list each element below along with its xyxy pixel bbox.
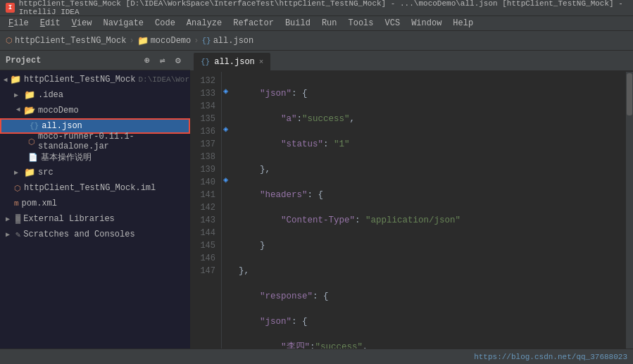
code-138: } — [239, 239, 620, 252]
sidebar-header: Project ⊕ ⇌ ⚙ — [0, 51, 190, 70]
tree-mocodemo[interactable]: ▼ 📂 mocoDemo — [0, 103, 190, 118]
menu-file[interactable]: File — [3, 15, 35, 31]
src-label: src — [38, 168, 54, 177]
breadcrumb-file[interactable]: {} all.json — [201, 36, 253, 46]
tree-root[interactable]: ▼ 📁 httpClient_TestNG_Mock D:\IDEA\WorkS… — [0, 72, 190, 87]
ln-133: 133 — [190, 87, 221, 100]
mocodemo-folder-icon: 📂 — [24, 105, 35, 116]
scratches-icon: ✎ — [15, 230, 20, 240]
menu-vcs[interactable]: VCS — [380, 15, 406, 31]
menu-code[interactable]: Code — [149, 15, 181, 31]
sidebar-collapse-btn[interactable]: ⇌ — [156, 54, 169, 67]
menu-refactor[interactable]: Refactor — [227, 15, 280, 31]
ln-134: 134 — [190, 100, 221, 113]
right-panel: {} all.json × 132 133 134 135 136 137 — [190, 51, 633, 349]
code-142: "李四":"success", — [239, 341, 620, 349]
code-141: "json": { — [239, 315, 620, 328]
code-133: "a":"success", — [239, 113, 620, 125]
root-label: httpClient_TestNG_Mock — [24, 75, 135, 84]
ln-142: 142 — [190, 201, 221, 214]
scroll-thumb[interactable] — [627, 73, 632, 115]
breadcrumb-folder[interactable]: 📁 mocoDemo — [137, 35, 192, 46]
iml-icon: ⬡ — [14, 184, 21, 193]
scratches-label: Scratches and Consoles — [23, 230, 134, 239]
gutter-line — [222, 97, 233, 110]
iml-label: httpClient_TestNG_Mock.iml — [24, 183, 156, 193]
tree-container[interactable]: ▼ 📁 httpClient_TestNG_Mock D:\IDEA\WorkS… — [0, 70, 190, 349]
gutter: ◈ ◈ ◈ — [222, 72, 233, 349]
tree-moco-jar[interactable]: ⬡ moco-runner-0.11.1-standalone.jar — [0, 134, 190, 149]
menu-edit[interactable]: Edit — [35, 15, 66, 31]
bookmark-icon2: ◈ — [223, 124, 228, 134]
tab-filename: all.json — [214, 57, 255, 67]
gutter-line — [222, 186, 233, 199]
sidebar-title: Project — [6, 56, 41, 65]
code-136: "headers": { — [239, 189, 620, 201]
idea-label: .idea — [38, 90, 63, 100]
ln-143: 143 — [190, 214, 221, 227]
sidebar-settings-btn[interactable]: ⚙ — [172, 54, 184, 67]
ln-136: 136 — [190, 125, 221, 138]
gutter-line — [222, 135, 233, 148]
all-json-icon: {} — [30, 122, 39, 130]
scrollbar[interactable] — [626, 72, 633, 349]
app-icon: I — [6, 3, 15, 13]
sidebar-sync-btn[interactable]: ⊕ — [141, 54, 153, 67]
ln-141: 141 — [190, 189, 221, 201]
moco-jar-icon: ⬡ — [28, 137, 35, 146]
ext-libs-icon: ▓ — [15, 214, 20, 224]
root-path: D:\IDEA\WorkSpace — [138, 75, 190, 84]
tree-basic-doc[interactable]: 📄 基本操作说明 — [0, 149, 190, 165]
tree-idea[interactable]: ▶ 📁 .idea — [0, 87, 190, 103]
menu-build[interactable]: Build — [280, 15, 316, 31]
code-132: "json": { — [239, 87, 620, 100]
gutter-line — [222, 110, 233, 123]
project-icon: ⬡ — [6, 36, 13, 45]
code-137: "Content-Type": "application/json" — [239, 214, 620, 227]
menu-run[interactable]: Run — [316, 15, 343, 31]
bookmark-icon: ◈ — [223, 86, 228, 96]
menu-bar: File Edit View Navigate Code Analyze Ref… — [0, 15, 633, 31]
src-folder-icon: 📁 — [24, 167, 35, 178]
left-panel: Project ⊕ ⇌ ⚙ ▼ 📁 httpClient_TestNG_Mock… — [0, 51, 190, 349]
pom-label: pom.xml — [22, 199, 57, 208]
basic-doc-icon: 📄 — [28, 153, 38, 162]
breadcrumb-sep2: › — [194, 36, 199, 46]
title-text: httpClient_TestNG_Mock [D:\IDEA\WorkSpac… — [19, 0, 627, 16]
basic-doc-label: 基本操作说明 — [41, 151, 92, 163]
ext-libs-expand: ▶ — [6, 215, 13, 223]
gutter-line — [222, 148, 233, 161]
gutter-bookmark-136: ◈ — [222, 123, 233, 135]
src-expand: ▶ — [14, 168, 21, 177]
breadcrumb-project[interactable]: ⬡ httpClient_TestNG_Mock — [6, 36, 126, 46]
menu-window[interactable]: Window — [406, 15, 447, 31]
tree-scratches[interactable]: ▶ ✎ Scratches and Consoles — [0, 227, 190, 242]
breadcrumb-sep1: › — [129, 36, 134, 46]
menu-analyze[interactable]: Analyze — [181, 15, 227, 31]
code-135: }, — [239, 163, 620, 176]
bookmark-icon3: ◈ — [223, 175, 228, 185]
menu-view[interactable]: View — [66, 15, 98, 31]
gutter-line — [222, 161, 233, 173]
status-url: https://blog.csdn.net/qq_37688023 — [474, 353, 627, 361]
sidebar-actions: ⊕ ⇌ ⚙ — [141, 54, 184, 67]
ln-146: 146 — [190, 252, 221, 265]
tree-pom[interactable]: m pom.xml — [0, 196, 190, 211]
tree-ext-libs[interactable]: ▶ ▓ External Libraries — [0, 211, 190, 227]
menu-help[interactable]: Help — [447, 15, 479, 31]
tree-src[interactable]: ▶ 📁 src — [0, 165, 190, 180]
root-folder-icon: 📁 — [10, 74, 21, 85]
ln-147: 147 — [190, 265, 221, 277]
code-content[interactable]: "json": { "a":"success", "status": "1" }… — [233, 72, 626, 349]
ln-138: 138 — [190, 151, 221, 163]
ln-132: 132 — [190, 75, 221, 87]
menu-navigate[interactable]: Navigate — [97, 15, 149, 31]
editor-tab-all-json[interactable]: {} all.json × — [193, 52, 271, 70]
menu-tools[interactable]: Tools — [343, 15, 380, 31]
ln-135: 135 — [190, 113, 221, 125]
ln-145: 145 — [190, 239, 221, 252]
tree-iml[interactable]: ⬡ httpClient_TestNG_Mock.iml — [0, 180, 190, 196]
code-134: "status": "1" — [239, 138, 620, 151]
tab-close-btn[interactable]: × — [259, 58, 264, 66]
gutter-line — [222, 72, 233, 84]
